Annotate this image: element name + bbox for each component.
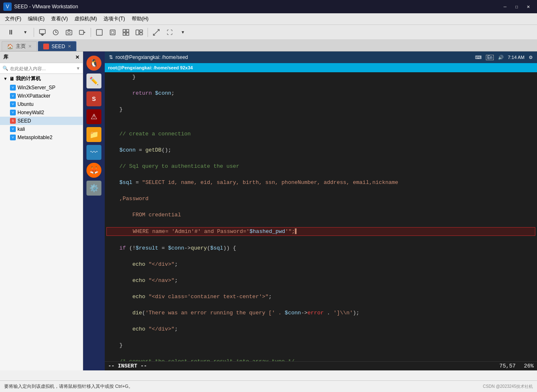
edit-icon-btn[interactable]: ✏️ (86, 73, 102, 89)
tab-home-close[interactable]: ✕ (28, 44, 32, 49)
browser-icon-btn[interactable]: 🦊 (86, 162, 102, 179)
menu-file[interactable]: 文件(F) (2, 15, 25, 23)
terminal-inner[interactable]: root@Pengxiangkai: /home/seed 92x34 } re… (105, 63, 537, 370)
tree-root-item[interactable]: ▼ 🖥 我的计算机 (0, 74, 83, 83)
vm-icon-seed: S (10, 118, 16, 124)
tree-item-seed[interactable]: S SEED (0, 117, 83, 125)
svg-rect-16 (136, 30, 139, 35)
fullscreen3-dropdown[interactable]: ▼ (177, 27, 189, 38)
danger-icon-btn[interactable]: ⚠ (86, 108, 102, 125)
fullscreen2-button[interactable]: ⛶ (164, 27, 175, 38)
vim-status-bar: -- INSERT -- 75,57 26% (105, 361, 537, 370)
snapshot-button[interactable] (63, 27, 75, 38)
search-dropdown-icon[interactable]: ▼ (76, 66, 80, 71)
window-controls: ─ □ ✕ (500, 2, 534, 11)
tree-item-kali-label: kali (17, 126, 25, 132)
sidebar-title: 库 (3, 54, 8, 61)
tree-item-win2k[interactable]: V Win2kServer_SP (0, 83, 83, 92)
svg-line-19 (153, 29, 159, 35)
pause-button[interactable]: ⏸ (2, 27, 19, 38)
computer-icon: 🖥 (9, 76, 14, 82)
svg-rect-14 (123, 33, 126, 35)
tree-item-metasploitable-label: Metasploitable2 (17, 135, 52, 140)
lang-indicator: En (486, 55, 493, 60)
seed-app-icon-btn[interactable]: S (86, 91, 102, 107)
terminal-title-right: ⌨ En 🔊 7:14 AM ⚙ (475, 55, 533, 60)
toolbar-separator-2 (91, 28, 91, 37)
network-icon-btn[interactable]: 〰 (86, 144, 102, 161)
toolbar-separator-3 (148, 28, 148, 37)
vim-mode: -- INSERT -- (108, 363, 147, 369)
volume-icon: 🔊 (498, 55, 504, 60)
suspend-button[interactable] (37, 27, 48, 38)
tree-expand-icon: ▼ (3, 76, 7, 81)
vm-icon: V (10, 101, 16, 107)
sidebar-search-bar: 🔍 ▼ (0, 63, 83, 74)
bottom-hint-text: 要将输入定向到该虚拟机，请将鼠标指针移入其中或按 Ctrl+G。 (4, 383, 133, 390)
svg-rect-17 (140, 30, 143, 32)
sidebar-search-input[interactable] (10, 66, 76, 71)
svg-rect-11 (111, 31, 114, 34)
vm-icon: V (10, 85, 16, 91)
tree-item-honeywall[interactable]: V HoneyWall2 (0, 108, 83, 117)
svg-rect-9 (96, 29, 102, 35)
menu-help[interactable]: 帮助(H) (128, 15, 152, 23)
tree-item-winxp[interactable]: V WinXPattacker (0, 92, 83, 100)
tab-seed[interactable]: SEED ✕ (38, 41, 76, 51)
minimize-button[interactable]: ─ (500, 2, 510, 11)
sort-icon: ⇅ (109, 54, 113, 60)
tree-item-ubuntu[interactable]: V Ubuntu (0, 100, 83, 108)
terminal-settings-icon[interactable]: ⚙ (529, 55, 533, 60)
tree-item-winxp-label: WinXPattacker (17, 93, 50, 99)
maximize-button[interactable]: □ (511, 2, 522, 11)
sidebar: 库 ✕ 🔍 ▼ ▼ 🖥 我的计算机 V Win2kServer_SP V Win… (0, 51, 83, 370)
menubar: 文件(F) 编辑(E) 查看(V) 虚拟机(M) 选项卡(T) 帮助(H) (0, 13, 537, 25)
vm-icon: V (10, 93, 16, 99)
svg-rect-7 (79, 30, 84, 34)
menu-view[interactable]: 查看(V) (48, 15, 71, 23)
svg-rect-2 (42, 35, 43, 36)
pause-dropdown[interactable]: ▼ (20, 27, 31, 38)
tree-item-kali[interactable]: V kali (0, 125, 83, 133)
main-area: 库 ✕ 🔍 ▼ ▼ 🖥 我的计算机 V Win2kServer_SP V Win… (0, 51, 537, 370)
settings-icon-btn[interactable]: ⚙️ (86, 180, 102, 196)
svg-rect-13 (126, 29, 129, 32)
record-button[interactable] (76, 27, 88, 38)
code-content: } return $conn; } // create a connection… (106, 73, 535, 361)
svg-rect-4 (66, 30, 72, 35)
svg-marker-8 (84, 32, 86, 33)
restore-button[interactable] (50, 27, 62, 38)
menu-edit[interactable]: 编辑(E) (25, 15, 48, 23)
tab-bar: 🏠 主页 ✕ SEED ✕ (0, 40, 537, 51)
tree-item-seed-label: SEED (17, 118, 31, 124)
sidebar-header: 库 ✕ (0, 51, 83, 63)
svg-rect-12 (123, 29, 126, 32)
code-editor[interactable]: } return $conn; } // create a connection… (105, 72, 537, 361)
home-icon: 🏠 (7, 44, 13, 49)
sidebar-close-button[interactable]: ✕ (75, 54, 79, 60)
vim-percent: 26% (524, 363, 534, 369)
terminal-container: ⇅ root@Pengxiangkai: /home/seed ⌨ En 🔊 7… (105, 51, 537, 370)
terminal-title-text: root@Pengxiangkai: /home/seed (116, 54, 188, 60)
terminal-title-left: ⇅ root@Pengxiangkai: /home/seed (109, 54, 188, 60)
filemanager-icon-btn[interactable]: 📁 (86, 126, 102, 143)
tree-item-metasploitable[interactable]: V Metasploitable2 (0, 133, 83, 142)
tab-home-label: 主页 (16, 43, 26, 50)
svg-rect-15 (126, 33, 129, 35)
close-button[interactable]: ✕ (523, 2, 534, 11)
menu-tab[interactable]: 选项卡(T) (100, 15, 128, 23)
view3-button[interactable] (133, 27, 145, 38)
tab-home[interactable]: 🏠 主页 ✕ (2, 41, 37, 51)
right-panel: 🐧 ✏️ S ⚠ 📁 〰 🦊 (83, 51, 537, 370)
search-icon: 🔍 (2, 66, 8, 71)
tree-root-label: 我的计算机 (16, 75, 41, 82)
vm-icon: V (10, 135, 16, 140)
ubuntu-icon-btn[interactable]: 🐧 (86, 55, 102, 71)
fullscreen-button[interactable] (107, 27, 118, 38)
menu-vm[interactable]: 虚拟机(M) (71, 15, 100, 23)
unity-button[interactable] (120, 27, 132, 38)
resize-button[interactable] (150, 27, 162, 38)
tab-seed-close[interactable]: ✕ (68, 44, 71, 49)
normal-view-button[interactable] (94, 27, 105, 38)
toolbar-group-power: ⏸ ▼ (2, 27, 31, 38)
